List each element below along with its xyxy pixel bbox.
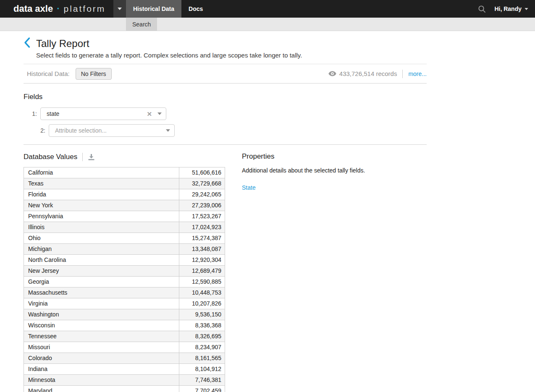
table-row: Colorado8,161,565 [24,353,225,364]
state-count-cell: 8,104,912 [179,364,225,375]
field-1-value: state [47,110,59,117]
table-row: Michigan13,348,087 [24,244,225,255]
database-values-table: California51,606,616Texas32,729,668Flori… [24,167,225,392]
database-values-heading: Database Values [24,153,77,161]
state-name-cell: Washington [24,309,179,320]
caret-down-icon[interactable] [157,112,162,115]
search-icon[interactable] [478,5,486,13]
page-header: Tally Report Select fields to generate a… [24,31,427,64]
fields-section: Fields 1: state ✕ 2: Attribute selection… [24,93,427,145]
sub-nav: Search [0,18,535,31]
state-count-cell: 9,536,150 [179,309,225,320]
table-row: Minnesota7,746,381 [24,375,225,386]
download-icon[interactable] [88,154,95,161]
user-greeting: Hi, Randy [494,5,522,12]
state-name-cell: Wisconsin [24,320,179,331]
table-row: Maryland7,702,459 [24,386,225,392]
page-subtitle: Select fields to generate a tally report… [36,51,427,59]
state-name-cell: Colorado [24,353,179,364]
field-2-index: 2: [37,127,45,134]
nav-tab-docs[interactable]: Docs [181,0,210,18]
state-name-cell: New Jersey [24,266,179,277]
table-row: Wisconsin8,336,368 [24,320,225,331]
state-count-cell: 17,523,267 [179,211,225,222]
state-name-cell: Virginia [24,298,179,309]
field-2-select[interactable]: Attribute selection... [49,124,175,137]
top-nav: data axle · platform Historical Data Doc… [0,0,535,18]
caret-down-icon[interactable] [166,129,170,132]
state-count-cell: 12,590,885 [179,277,225,287]
state-name-cell: California [24,167,179,178]
state-name-cell: Massachusetts [24,287,179,298]
field-1-select[interactable]: state ✕ [40,107,166,120]
field-row-2: 2: Attribute selection... [24,124,427,137]
record-count: 433,726,514 records [339,70,397,77]
divider [402,70,403,78]
state-name-cell: Maryland [24,386,179,392]
state-name-cell: Pennsylvania [24,211,179,222]
x-icon[interactable]: ✕ [147,111,152,117]
table-row: Florida29,242,065 [24,189,225,200]
page-title: Tally Report [36,38,89,50]
state-count-cell: 10,207,826 [179,298,225,309]
state-count-cell: 13,348,087 [179,244,225,255]
logo-primary-text: data axle [13,3,53,14]
field-row-1: 1: state ✕ [24,107,427,120]
back-button[interactable] [24,37,36,50]
table-row: Virginia10,207,826 [24,298,225,309]
state-count-cell: 8,336,368 [179,320,225,331]
state-count-cell: 17,024,923 [179,222,225,233]
database-values-table-body: California51,606,616Texas32,729,668Flori… [24,167,225,392]
state-name-cell: Indiana [24,364,179,375]
state-name-cell: Michigan [24,244,179,255]
table-row: Missouri8,234,907 [24,342,225,353]
state-count-cell: 8,234,907 [179,342,225,353]
table-row: Tennessee8,326,695 [24,331,225,342]
table-row: Georgia12,590,885 [24,277,225,287]
table-row: Massachusetts10,448,753 [24,287,225,298]
state-count-cell: 15,274,387 [179,233,225,244]
page-content: Tally Report Select fields to generate a… [24,31,427,392]
table-row: Indiana8,104,912 [24,364,225,375]
user-menu[interactable]: Hi, Randy [494,5,528,12]
state-count-cell: 8,326,695 [179,331,225,342]
state-name-cell: Minnesota [24,375,179,386]
caret-down-icon [118,8,122,10]
state-count-cell: 12,920,304 [179,255,225,266]
properties-heading: Properties [242,152,427,162]
database-values-panel: Database Values California51,606,616Texa… [24,152,225,392]
state-count-cell: 12,689,479 [179,266,225,277]
state-name-cell: Illinois [24,222,179,233]
state-name-cell: Missouri [24,342,179,353]
table-row: Illinois17,024,923 [24,222,225,233]
properties-description: Additional details about the selected ta… [242,167,427,174]
state-count-cell: 27,239,006 [179,200,225,211]
state-name-cell: Texas [24,178,179,189]
nav-tab-historical-data[interactable]: Historical Data [126,0,181,18]
state-count-cell: 10,448,753 [179,287,225,298]
filter-bar: Historical Data: No Filters 433,726,514 … [24,64,427,84]
state-count-cell: 8,161,565 [179,353,225,364]
app-switcher-button[interactable] [113,0,126,18]
state-name-cell: New York [24,200,179,211]
table-row: Washington9,536,150 [24,309,225,320]
table-row: Pennsylvania17,523,267 [24,211,225,222]
nav-right-group: Hi, Randy [478,0,535,18]
state-name-cell: Tennessee [24,331,179,342]
field-1-index: 1: [29,110,37,117]
property-link-state[interactable]: State [242,184,256,191]
subnav-tab-search[interactable]: Search [126,18,157,31]
app-logo[interactable]: data axle · platform [0,0,113,18]
properties-panel: Properties Additional details about the … [242,152,427,392]
state-count-cell: 29,242,065 [179,189,225,200]
scope-label: Historical Data: [27,70,70,77]
state-count-cell: 7,746,381 [179,375,225,386]
state-name-cell: Ohio [24,233,179,244]
table-row: Texas32,729,668 [24,178,225,189]
table-row: Ohio15,274,387 [24,233,225,244]
no-filters-chip[interactable]: No Filters [76,68,112,80]
state-count-cell: 7,702,459 [179,386,225,392]
state-name-cell: Georgia [24,277,179,287]
more-link[interactable]: more... [408,71,427,77]
state-name-cell: Florida [24,189,179,200]
